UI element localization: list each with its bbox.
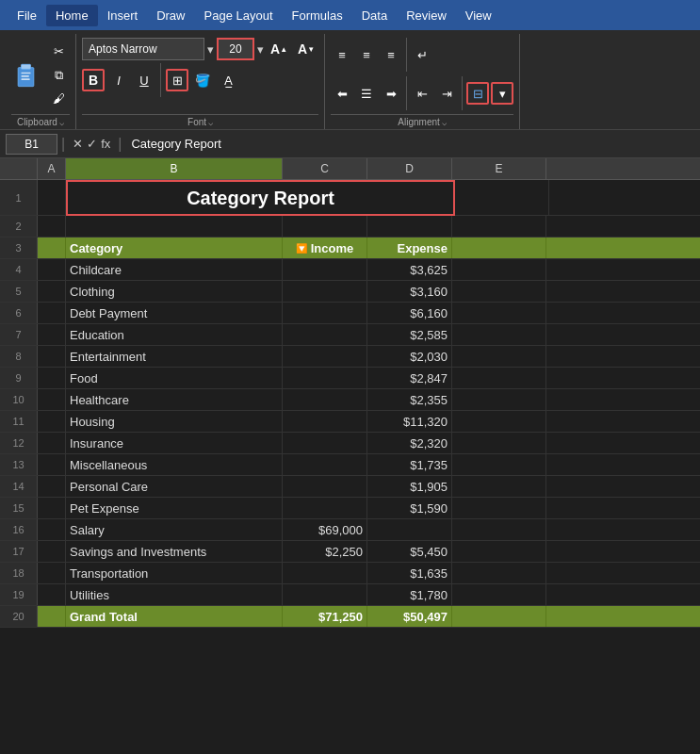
align-right-button[interactable]: ➡ bbox=[380, 82, 402, 105]
cell-a13[interactable] bbox=[38, 454, 66, 475]
cell-c3-income[interactable]: 🔽 Income bbox=[283, 238, 367, 258]
cell-b13-category[interactable]: Miscellaneous bbox=[66, 454, 283, 475]
cell-e10[interactable] bbox=[452, 389, 546, 410]
font-color-button[interactable]: A̲ bbox=[217, 69, 239, 91]
merge-dropdown-button[interactable]: ▾ bbox=[491, 82, 513, 105]
font-name-dropdown-icon[interactable]: ▾ bbox=[207, 42, 214, 57]
cell-c17-income[interactable]: $2,250 bbox=[283, 541, 367, 562]
cell-b19-category[interactable]: Utilities bbox=[66, 584, 283, 605]
col-header-d[interactable]: D bbox=[367, 158, 452, 179]
menu-draw[interactable]: Draw bbox=[147, 5, 194, 26]
wrap-text-button[interactable]: ↵ bbox=[411, 43, 433, 66]
underline-button[interactable]: U bbox=[133, 69, 155, 91]
borders-button[interactable]: ⊞ bbox=[166, 69, 188, 91]
cell-a17[interactable] bbox=[38, 541, 66, 562]
cell-b12-category[interactable]: Insurance bbox=[66, 433, 283, 453]
cell-a5[interactable] bbox=[38, 281, 66, 302]
insert-function-icon[interactable]: fx bbox=[101, 137, 110, 151]
cell-b4-category[interactable]: Childcare bbox=[66, 259, 283, 280]
cell-d11-expense[interactable]: $11,320 bbox=[367, 411, 452, 432]
cell-a16[interactable] bbox=[38, 519, 66, 540]
italic-button[interactable]: I bbox=[107, 69, 130, 91]
cell-a10[interactable] bbox=[38, 389, 66, 410]
cell-b15-category[interactable]: Pet Expense bbox=[66, 498, 283, 518]
cell-a1[interactable] bbox=[38, 180, 66, 215]
cell-b7-category[interactable]: Education bbox=[66, 324, 283, 345]
cell-d2[interactable] bbox=[367, 216, 452, 237]
cell-c20-grand-total-income[interactable]: $71,250 bbox=[283, 606, 367, 627]
cell-c7-income[interactable] bbox=[283, 324, 367, 345]
cancel-formula-icon[interactable]: ✕ bbox=[73, 137, 83, 151]
font-name-input[interactable] bbox=[82, 38, 204, 60]
cell-b8-category[interactable]: Entertainment bbox=[66, 346, 283, 367]
cell-e17[interactable] bbox=[452, 541, 546, 562]
bold-button[interactable]: B bbox=[82, 69, 105, 91]
increase-font-button[interactable]: A▲ bbox=[267, 38, 291, 60]
cell-e11[interactable] bbox=[452, 411, 546, 432]
paste-button[interactable] bbox=[11, 58, 45, 92]
menu-insert[interactable]: Insert bbox=[98, 5, 148, 26]
cell-e12[interactable] bbox=[452, 433, 546, 453]
fill-color-button[interactable]: 🪣 bbox=[191, 69, 214, 91]
cell-a7[interactable] bbox=[38, 324, 66, 345]
menu-review[interactable]: Review bbox=[397, 5, 456, 26]
cell-d16-expense[interactable] bbox=[367, 519, 452, 540]
col-header-c[interactable]: C bbox=[283, 158, 367, 179]
cell-c8-income[interactable] bbox=[283, 346, 367, 367]
cell-e6[interactable] bbox=[452, 303, 546, 323]
cut-button[interactable]: ✂ bbox=[47, 41, 70, 63]
menu-formulas[interactable]: Formulas bbox=[283, 5, 352, 26]
cell-a12[interactable] bbox=[38, 433, 66, 453]
cell-c13-income[interactable] bbox=[283, 454, 367, 475]
cell-a19[interactable] bbox=[38, 584, 66, 605]
cell-e4[interactable] bbox=[452, 259, 546, 280]
cell-a3[interactable] bbox=[38, 238, 66, 258]
cell-d19-expense[interactable]: $1,780 bbox=[367, 584, 452, 605]
cell-d5-expense[interactable]: $3,160 bbox=[367, 281, 452, 302]
cell-a8[interactable] bbox=[38, 346, 66, 367]
cell-d8-expense[interactable]: $2,030 bbox=[367, 346, 452, 367]
cell-d12-expense[interactable]: $2,320 bbox=[367, 433, 452, 453]
cell-a2[interactable] bbox=[38, 216, 66, 237]
decrease-font-button[interactable]: A▼ bbox=[294, 38, 318, 60]
cell-d4-expense[interactable]: $3,625 bbox=[367, 259, 452, 280]
cell-c18-income[interactable] bbox=[283, 563, 367, 583]
cell-c6-income[interactable] bbox=[283, 303, 367, 323]
cell-b18-category[interactable]: Transportation bbox=[66, 563, 283, 583]
merge-center-button[interactable]: ⊟ bbox=[466, 82, 489, 105]
align-center-button[interactable]: ☰ bbox=[355, 82, 378, 105]
cell-c15-income[interactable] bbox=[283, 498, 367, 518]
cell-d13-expense[interactable]: $1,735 bbox=[367, 454, 452, 475]
cell-e16[interactable] bbox=[452, 519, 546, 540]
cell-a18[interactable] bbox=[38, 563, 66, 583]
menu-data[interactable]: Data bbox=[352, 5, 397, 26]
menu-view[interactable]: View bbox=[456, 5, 501, 26]
cell-d17-expense[interactable]: $5,450 bbox=[367, 541, 452, 562]
cell-e19[interactable] bbox=[452, 584, 546, 605]
cell-b3-category[interactable]: Category bbox=[66, 238, 283, 258]
cell-e2[interactable] bbox=[452, 216, 546, 237]
cell-e14[interactable] bbox=[452, 476, 546, 497]
cell-d15-expense[interactable]: $1,590 bbox=[367, 498, 452, 518]
col-header-b[interactable]: B bbox=[66, 158, 283, 179]
cell-b6-category[interactable]: Debt Payment bbox=[66, 303, 283, 323]
cell-c14-income[interactable] bbox=[283, 476, 367, 497]
copy-button[interactable]: ⧉ bbox=[47, 64, 70, 87]
cell-e18[interactable] bbox=[452, 563, 546, 583]
align-top-center-button[interactable]: ≡ bbox=[355, 43, 378, 66]
cell-c19-income[interactable] bbox=[283, 584, 367, 605]
cell-c16-income[interactable]: $69,000 bbox=[283, 519, 367, 540]
cell-c11-income[interactable] bbox=[283, 411, 367, 432]
cell-a15[interactable] bbox=[38, 498, 66, 518]
formula-input[interactable] bbox=[125, 135, 694, 153]
confirm-formula-icon[interactable]: ✓ bbox=[87, 137, 97, 151]
cell-a11[interactable] bbox=[38, 411, 66, 432]
cell-b14-category[interactable]: Personal Care bbox=[66, 476, 283, 497]
cell-b2[interactable] bbox=[66, 216, 283, 237]
cell-c10-income[interactable] bbox=[283, 389, 367, 410]
cell-e13[interactable] bbox=[452, 454, 546, 475]
font-size-input[interactable] bbox=[217, 38, 254, 60]
cell-b1-merged[interactable]: Category Report bbox=[66, 180, 455, 216]
indent-left-button[interactable]: ⇤ bbox=[411, 82, 433, 105]
cell-e15[interactable] bbox=[452, 498, 546, 518]
